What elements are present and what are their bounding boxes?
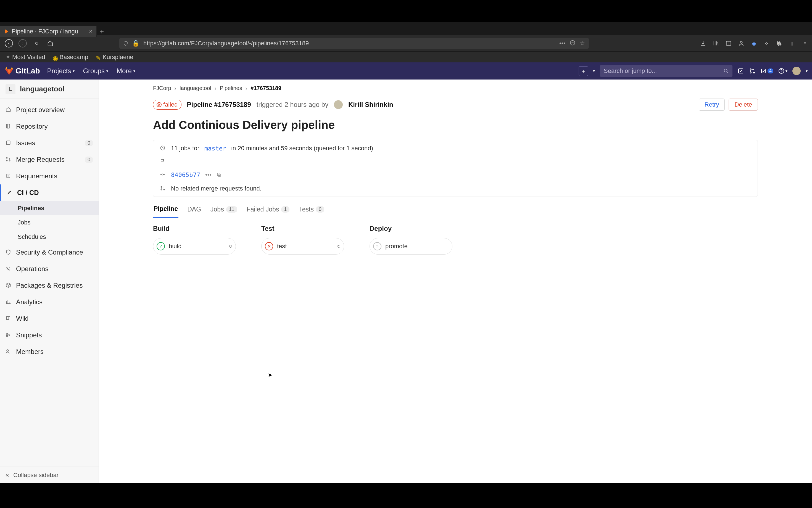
project-name: languagetool — [20, 85, 65, 93]
global-search[interactable]: Search or jump to... — [600, 65, 732, 77]
svg-point-2 — [740, 41, 742, 43]
page-content: GitLab Projects▾ Groups▾ More▾ ＋ ▾ Searc… — [0, 62, 812, 483]
issues-count: 0 — [85, 140, 93, 146]
flag-row — [160, 159, 751, 165]
new-tab-button[interactable]: + — [97, 26, 107, 37]
gitlab-logo-icon[interactable] — [4, 66, 14, 76]
retry-button[interactable]: Retry — [699, 98, 725, 111]
sidebar-item-cicd[interactable]: CI / CD — [0, 184, 98, 201]
sidebar-project-header[interactable]: L languagetool — [0, 80, 98, 99]
copy-sha-icon[interactable] — [216, 172, 221, 177]
ext-icon-2[interactable] — [763, 40, 771, 47]
nav-mr-icon[interactable] — [749, 68, 756, 74]
more-icon[interactable]: ••• — [559, 40, 566, 47]
sha-more-icon[interactable]: ••• — [205, 171, 211, 178]
crumb-project[interactable]: languagetool — [179, 85, 211, 91]
sidebar-subitem-jobs[interactable]: Jobs — [0, 215, 98, 230]
status-pass-icon: ✓ — [157, 242, 165, 250]
url-bar[interactable]: 🔒 https://gitlab.com/FJCorp/languagetool… — [119, 38, 589, 49]
breadcrumbs: FJCorp› languagetool› Pipelines› #176753… — [99, 80, 812, 94]
home-button[interactable] — [45, 38, 56, 49]
rocket-icon — [7, 190, 13, 196]
hamburger-icon[interactable]: ≡ — [801, 40, 809, 47]
tab-failed-jobs[interactable]: Failed Jobs1 — [246, 205, 290, 218]
nav-issues-icon[interactable] — [737, 68, 744, 74]
reload-button[interactable]: ↻ — [31, 38, 42, 49]
bookmark-most-visited[interactable]: ✦Most Visited — [5, 53, 45, 61]
sidebar-item-members[interactable]: Members — [0, 343, 98, 360]
triggered-text: triggered 2 hours ago by — [256, 101, 328, 109]
branch-link[interactable]: master — [204, 145, 226, 152]
sidebar-item-wiki[interactable]: Wiki — [0, 310, 98, 327]
sidebar-subitem-pipelines[interactable]: Pipelines — [0, 201, 98, 215]
back-button[interactable]: ‹ — [3, 38, 14, 49]
author-name[interactable]: Kirill Shirinkin — [348, 101, 393, 109]
browser-window: Pipeline · FJCorp / langu × + ‹ › ↻ 🔒 ht… — [0, 22, 812, 483]
reader-icon[interactable] — [569, 40, 576, 47]
letterbox-bottom — [0, 483, 812, 508]
tab-pipeline[interactable]: Pipeline — [153, 205, 178, 218]
scissors-icon — [5, 332, 12, 338]
bookmark-basecamp[interactable]: ◉Basecamp — [53, 53, 88, 61]
crumb-group[interactable]: FJCorp — [153, 85, 171, 91]
bookmark-kursplaene[interactable]: ✎Kursplaene — [96, 53, 133, 61]
retry-icon[interactable]: ↻ — [337, 244, 340, 249]
downloads-icon[interactable] — [699, 40, 707, 47]
library-icon[interactable] — [712, 40, 720, 47]
retry-icon[interactable]: ↻ — [229, 244, 232, 249]
tab-jobs[interactable]: Jobs11 — [210, 205, 238, 218]
delete-button[interactable]: Delete — [729, 98, 758, 111]
nav-help-icon[interactable]: ▾ — [778, 68, 787, 74]
gitlab-brand[interactable]: GitLab — [15, 67, 40, 75]
tab-tests[interactable]: Tests0 — [298, 205, 325, 218]
nav-groups[interactable]: Groups▾ — [80, 67, 112, 75]
evernote-icon[interactable]: 🐘 — [776, 40, 783, 47]
svg-point-19 — [6, 333, 8, 334]
sidebar-toggle-icon[interactable] — [725, 40, 732, 47]
forward-button: › — [17, 38, 28, 49]
crumb-section[interactable]: Pipelines — [219, 85, 242, 91]
job-test[interactable]: ✕ test ↻ — [261, 238, 344, 255]
sidebar-item-security[interactable]: Security & Compliance — [0, 244, 98, 261]
ext-icon-3[interactable]: ▮ — [788, 40, 796, 47]
sidebar-item-operations[interactable]: Operations — [0, 261, 98, 277]
sidebar-subitem-schedules[interactable]: Schedules — [0, 230, 98, 244]
gitlab-navbar: GitLab Projects▾ Groups▾ More▾ ＋ ▾ Searc… — [0, 62, 812, 80]
sidebar-item-analytics[interactable]: Analytics — [0, 294, 98, 310]
chevron-down-icon[interactable]: ▾ — [593, 69, 595, 73]
stage-name: Build — [153, 225, 236, 232]
ext-icon-1[interactable]: ◉ — [750, 40, 758, 47]
nav-todos-icon[interactable]: 4 — [761, 68, 773, 74]
clock-icon — [160, 145, 166, 151]
job-build[interactable]: ✓ build ↻ — [153, 238, 236, 255]
sidebar-item-repository[interactable]: Repository — [0, 118, 98, 135]
chevron-down-icon[interactable]: ▾ — [806, 69, 808, 73]
fail-icon — [157, 102, 162, 107]
search-icon[interactable] — [724, 69, 729, 74]
sidebar-item-packages[interactable]: Packages & Registries — [0, 277, 98, 294]
browser-tab[interactable]: Pipeline · FJCorp / langu × — [0, 26, 97, 37]
shield-icon[interactable] — [123, 41, 128, 46]
sidebar-item-mr[interactable]: Merge Requests 0 — [0, 151, 98, 168]
svg-point-26 — [161, 186, 162, 187]
sha-link[interactable]: 84065b77 — [171, 171, 200, 178]
author-avatar[interactable] — [334, 100, 343, 109]
stage-name: Deploy — [370, 225, 452, 232]
nav-more[interactable]: More▾ — [113, 67, 139, 75]
status-skipped-icon: » — [373, 242, 381, 250]
sidebar-item-snippets[interactable]: Snippets — [0, 327, 98, 343]
sidebar-item-requirements[interactable]: Requirements — [0, 168, 98, 184]
close-tab-icon[interactable]: × — [89, 28, 92, 35]
tab-dag[interactable]: DAG — [187, 205, 202, 218]
bookmark-star-icon[interactable]: ☆ — [579, 40, 585, 47]
sidebar-item-overview[interactable]: Project overview — [0, 101, 98, 118]
nav-plus-icon[interactable]: ＋ — [579, 66, 588, 76]
account-icon[interactable] — [737, 40, 745, 47]
chevron-down-icon: ▾ — [133, 69, 135, 73]
lock-icon[interactable]: 🔒 — [132, 40, 139, 47]
nav-projects[interactable]: Projects▾ — [44, 67, 78, 75]
collapse-sidebar[interactable]: « Collapse sidebar — [0, 467, 98, 483]
job-promote[interactable]: » promote — [370, 238, 452, 255]
nav-user-avatar[interactable] — [793, 67, 801, 75]
sidebar-item-issues[interactable]: Issues 0 — [0, 135, 98, 151]
